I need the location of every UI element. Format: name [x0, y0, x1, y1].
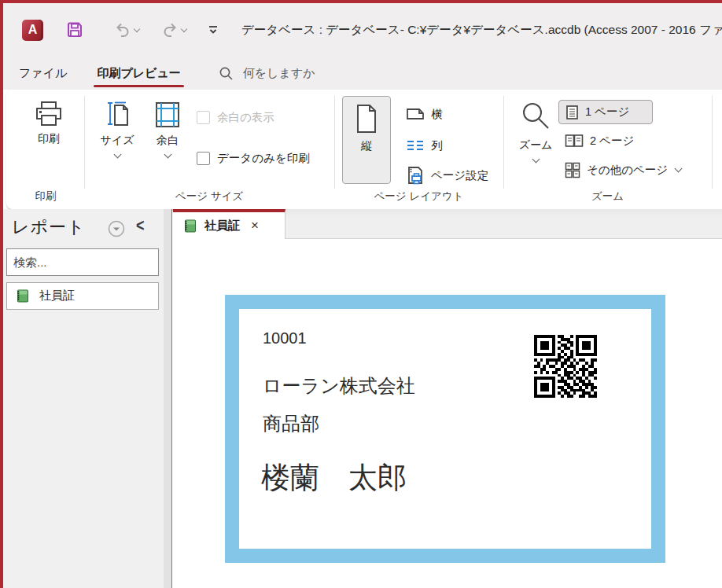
- two-pages-button[interactable]: 2 ページ: [558, 130, 640, 152]
- zoom-magnifier-icon: [519, 101, 552, 134]
- access-app-letter: A: [28, 23, 38, 37]
- zoom-button-label: ズーム: [519, 138, 553, 153]
- window-border-left: [0, 0, 3, 588]
- report-icon: [183, 219, 197, 233]
- size-dropdown-chevron-icon: [113, 151, 121, 159]
- window-border-top: [0, 0, 722, 3]
- margins-button[interactable]: 余白: [145, 94, 190, 182]
- page-size-group-label: ページ サイズ: [84, 189, 334, 204]
- tab-print-preview-label: 印刷プレビュー: [97, 66, 180, 81]
- one-page-button-label: 1 ページ: [585, 105, 629, 119]
- print-data-only-checkbox[interactable]: データのみを印刷: [197, 151, 310, 166]
- show-margins-checkbox-box: [197, 111, 210, 124]
- tell-me-placeholder: 何をしますか: [243, 66, 315, 81]
- save-icon: [65, 20, 84, 39]
- page-setup-button[interactable]: ページ設定: [400, 164, 495, 187]
- margins-dropdown-chevron-icon: [164, 151, 171, 159]
- document-area: 社員証 × 10001 ローラン株式会社 商品部 楼蘭 太郎: [173, 209, 722, 588]
- size-button[interactable]: サイズ: [93, 94, 142, 182]
- search-icon: [219, 66, 234, 81]
- navigation-menu-button[interactable]: [108, 220, 125, 237]
- one-page-button[interactable]: 1 ページ: [558, 100, 653, 124]
- ribbon-panel: 印刷 印刷 サイズ 余白 余白の表示 データのみを印刷 ページ サイズ 縦: [6, 90, 722, 209]
- navigation-pane: レポート < 社員証: [3, 209, 164, 588]
- print-data-only-checkbox-box[interactable]: [197, 152, 210, 165]
- page-layout-group-label: ページ レイアウト: [334, 189, 503, 204]
- more-pages-button[interactable]: その他のページ: [558, 158, 687, 182]
- more-pages-button-label: その他のページ: [587, 163, 668, 178]
- print-button[interactable]: 印刷: [22, 94, 76, 170]
- print-group-label: 印刷: [6, 189, 85, 204]
- document-tab[interactable]: 社員証 ×: [173, 209, 285, 239]
- undo-dropdown-chevron-icon[interactable]: [134, 26, 140, 32]
- portrait-button[interactable]: 縦: [342, 96, 391, 184]
- group-divider: [334, 96, 335, 189]
- two-pages-icon: [565, 134, 584, 148]
- sidebar-item-report[interactable]: 社員証: [6, 282, 159, 310]
- zoom-dropdown-chevron-icon: [532, 156, 540, 164]
- employee-id: 10001: [263, 329, 307, 347]
- more-pages-dropdown-chevron-icon: [675, 165, 683, 173]
- print-preview-page[interactable]: 10001 ローラン株式会社 商品部 楼蘭 太郎: [173, 239, 722, 588]
- margins-button-label: 余白: [157, 134, 179, 148]
- access-app-icon: A: [22, 20, 43, 41]
- close-tab-button[interactable]: ×: [251, 218, 259, 233]
- columns-button-label: 列: [431, 138, 443, 153]
- zoom-button[interactable]: ズーム: [512, 94, 559, 184]
- document-tab-label: 社員証: [204, 219, 240, 233]
- show-margins-checkbox: 余白の表示: [197, 110, 274, 125]
- print-data-only-checkbox-label: データのみを印刷: [217, 151, 310, 166]
- landscape-button-label: 横: [431, 107, 443, 122]
- print-button-label: 印刷: [38, 132, 60, 146]
- customize-quick-access-toolbar-button[interactable]: [202, 17, 224, 43]
- one-page-icon: [565, 105, 579, 120]
- columns-icon: [406, 138, 425, 153]
- tab-print-preview[interactable]: 印刷プレビュー: [86, 57, 191, 90]
- tab-file[interactable]: ファイル: [8, 57, 78, 90]
- customize-toolbar-icon: [207, 24, 219, 35]
- landscape-button[interactable]: 横: [400, 103, 449, 125]
- landscape-page-icon: [406, 106, 425, 122]
- redo-dropdown-chevron-icon[interactable]: [181, 26, 187, 32]
- save-button[interactable]: [61, 17, 89, 43]
- redo-icon: [161, 21, 179, 39]
- page-setup-button-label: ページ設定: [431, 168, 488, 183]
- tab-file-label: ファイル: [19, 66, 67, 81]
- portrait-button-label: 縦: [361, 139, 372, 153]
- qr-code: [534, 335, 597, 398]
- report-icon: [16, 289, 29, 303]
- undo-button[interactable]: [109, 17, 146, 43]
- printer-icon: [34, 101, 64, 127]
- page-setup-icon: [406, 166, 425, 185]
- group-divider: [503, 96, 504, 189]
- department-name: 商品部: [263, 411, 319, 436]
- navigation-search-box[interactable]: [6, 248, 159, 276]
- ribbon-tab-row: ファイル 印刷プレビュー 何をしますか: [3, 57, 722, 90]
- group-divider: [712, 96, 713, 189]
- company-name: ローラン株式会社: [263, 373, 415, 399]
- redo-button[interactable]: [157, 17, 193, 43]
- show-margins-checkbox-label: 余白の表示: [217, 110, 274, 125]
- tell-me-search[interactable]: 何をしますか: [219, 66, 315, 81]
- active-tab-underline: [94, 85, 183, 87]
- title-bar: A データベース : データベース- C:¥データ¥データベース.accdb (…: [3, 3, 722, 57]
- employee-card: 10001 ローラン株式会社 商品部 楼蘭 太郎: [225, 295, 665, 563]
- pane-splitter[interactable]: [164, 209, 172, 588]
- portrait-page-icon: [353, 103, 380, 134]
- employee-name: 楼蘭 太郎: [261, 458, 407, 498]
- search-input[interactable]: [7, 255, 175, 269]
- group-divider: [84, 96, 85, 189]
- window-title: データベース : データベース- C:¥データ¥データベース.accdb (Ac…: [241, 22, 722, 39]
- sidebar-item-label: 社員証: [39, 288, 75, 303]
- columns-button[interactable]: 列: [400, 134, 449, 156]
- zoom-group-label: ズーム: [503, 189, 712, 204]
- size-button-label: サイズ: [101, 134, 134, 148]
- margins-icon: [154, 101, 181, 129]
- page-size-icon: [103, 101, 131, 129]
- undo-icon: [114, 21, 131, 39]
- more-pages-icon: [565, 162, 580, 178]
- navigation-pane-title: レポート: [12, 215, 86, 239]
- collapse-pane-button[interactable]: <: [136, 216, 145, 236]
- two-pages-button-label: 2 ページ: [590, 134, 634, 149]
